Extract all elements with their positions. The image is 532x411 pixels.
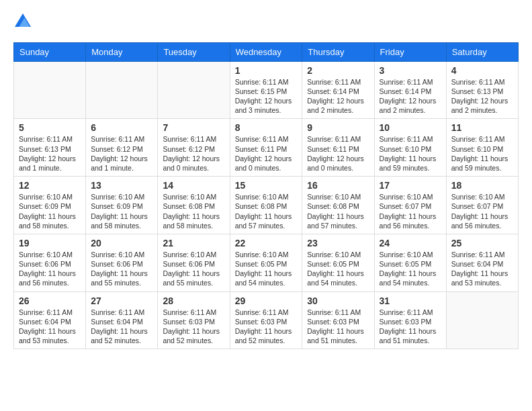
header-saturday: Saturday <box>446 42 518 61</box>
header-friday: Friday <box>374 42 446 61</box>
header-wednesday: Wednesday <box>230 42 302 61</box>
day-info: Sunrise: 6:11 AMSunset: 6:13 PMDaylight:… <box>19 134 81 173</box>
day-info: Sunrise: 6:10 AMSunset: 6:09 PMDaylight:… <box>19 192 81 230</box>
calendar-cell: 30Sunrise: 6:11 AMSunset: 6:03 PMDayligh… <box>302 291 374 349</box>
logo-text <box>13 13 31 32</box>
calendar-cell: 8Sunrise: 6:11 AMSunset: 6:11 PMDaylight… <box>230 119 302 177</box>
calendar-cell: 10Sunrise: 6:11 AMSunset: 6:10 PMDayligh… <box>374 119 446 177</box>
day-info: Sunrise: 6:10 AMSunset: 6:08 PMDaylight:… <box>307 192 369 230</box>
day-number: 11 <box>451 122 513 133</box>
day-info: Sunrise: 6:10 AMSunset: 6:07 PMDaylight:… <box>380 192 441 230</box>
calendar-cell: 17Sunrise: 6:10 AMSunset: 6:07 PMDayligh… <box>374 177 446 234</box>
day-number: 27 <box>91 295 152 306</box>
day-info: Sunrise: 6:11 AMSunset: 6:03 PMDaylight:… <box>163 308 224 346</box>
day-number: 21 <box>163 238 224 248</box>
calendar-cell <box>86 61 158 119</box>
day-info: Sunrise: 6:11 AMSunset: 6:04 PMDaylight:… <box>91 308 152 346</box>
day-number: 22 <box>235 238 298 248</box>
calendar-cell <box>446 291 518 349</box>
calendar-week-row: 1Sunrise: 6:11 AMSunset: 6:15 PMDaylight… <box>14 61 519 119</box>
calendar-cell: 14Sunrise: 6:10 AMSunset: 6:08 PMDayligh… <box>158 177 230 234</box>
calendar-cell: 3Sunrise: 6:11 AMSunset: 6:14 PMDaylight… <box>374 61 446 119</box>
calendar-cell: 1Sunrise: 6:11 AMSunset: 6:15 PMDaylight… <box>230 61 302 119</box>
calendar-header-row: SundayMondayTuesdayWednesdayThursdayFrid… <box>14 42 519 61</box>
calendar-cell: 21Sunrise: 6:10 AMSunset: 6:06 PMDayligh… <box>158 234 230 291</box>
day-number: 17 <box>380 180 441 191</box>
page-header <box>13 13 519 32</box>
day-info: Sunrise: 6:11 AMSunset: 6:03 PMDaylight:… <box>235 308 298 346</box>
calendar-cell: 7Sunrise: 6:11 AMSunset: 6:12 PMDaylight… <box>158 119 230 177</box>
calendar-week-row: 5Sunrise: 6:11 AMSunset: 6:13 PMDaylight… <box>14 119 519 177</box>
calendar-cell: 9Sunrise: 6:11 AMSunset: 6:11 PMDaylight… <box>302 119 374 177</box>
calendar-cell: 15Sunrise: 6:10 AMSunset: 6:08 PMDayligh… <box>230 177 302 234</box>
day-info: Sunrise: 6:10 AMSunset: 6:06 PMDaylight:… <box>91 250 152 288</box>
day-info: Sunrise: 6:11 AMSunset: 6:15 PMDaylight:… <box>235 77 298 116</box>
calendar-cell: 23Sunrise: 6:10 AMSunset: 6:05 PMDayligh… <box>302 234 374 291</box>
day-info: Sunrise: 6:10 AMSunset: 6:05 PMDaylight:… <box>380 250 441 288</box>
day-info: Sunrise: 6:11 AMSunset: 6:12 PMDaylight:… <box>163 134 224 173</box>
day-number: 4 <box>451 65 513 76</box>
day-number: 9 <box>307 122 369 133</box>
calendar-cell: 28Sunrise: 6:11 AMSunset: 6:03 PMDayligh… <box>158 291 230 349</box>
day-number: 15 <box>235 180 298 191</box>
header-sunday: Sunday <box>14 42 86 61</box>
day-info: Sunrise: 6:10 AMSunset: 6:05 PMDaylight:… <box>235 250 298 288</box>
day-number: 6 <box>91 122 152 133</box>
day-number: 12 <box>19 180 81 191</box>
calendar-cell: 2Sunrise: 6:11 AMSunset: 6:14 PMDaylight… <box>302 61 374 119</box>
day-info: Sunrise: 6:10 AMSunset: 6:06 PMDaylight:… <box>19 250 81 288</box>
logo-icon <box>15 12 31 28</box>
calendar-cell: 24Sunrise: 6:10 AMSunset: 6:05 PMDayligh… <box>374 234 446 291</box>
day-info: Sunrise: 6:10 AMSunset: 6:08 PMDaylight:… <box>163 192 224 230</box>
calendar-cell: 11Sunrise: 6:11 AMSunset: 6:10 PMDayligh… <box>446 119 518 177</box>
header-thursday: Thursday <box>302 42 374 61</box>
day-number: 5 <box>19 122 81 133</box>
calendar-cell: 22Sunrise: 6:10 AMSunset: 6:05 PMDayligh… <box>230 234 302 291</box>
day-info: Sunrise: 6:11 AMSunset: 6:13 PMDaylight:… <box>451 77 513 116</box>
calendar-cell: 18Sunrise: 6:10 AMSunset: 6:07 PMDayligh… <box>446 177 518 234</box>
calendar-cell: 4Sunrise: 6:11 AMSunset: 6:13 PMDaylight… <box>446 61 518 119</box>
day-number: 16 <box>307 180 369 191</box>
day-number: 23 <box>307 238 369 248</box>
day-number: 20 <box>91 238 152 248</box>
day-info: Sunrise: 6:10 AMSunset: 6:08 PMDaylight:… <box>235 192 298 230</box>
day-number: 14 <box>163 180 224 191</box>
day-info: Sunrise: 6:11 AMSunset: 6:04 PMDaylight:… <box>19 308 81 346</box>
day-number: 10 <box>380 122 441 133</box>
calendar-week-row: 12Sunrise: 6:10 AMSunset: 6:09 PMDayligh… <box>14 177 519 234</box>
day-number: 31 <box>380 295 441 306</box>
day-number: 28 <box>163 295 224 306</box>
calendar-cell: 27Sunrise: 6:11 AMSunset: 6:04 PMDayligh… <box>86 291 158 349</box>
calendar-table: SundayMondayTuesdayWednesdayThursdayFrid… <box>13 42 519 349</box>
header-monday: Monday <box>86 42 158 61</box>
day-info: Sunrise: 6:11 AMSunset: 6:11 PMDaylight:… <box>235 134 298 173</box>
day-number: 7 <box>163 122 224 133</box>
day-number: 26 <box>19 295 81 306</box>
calendar-week-row: 26Sunrise: 6:11 AMSunset: 6:04 PMDayligh… <box>14 291 519 349</box>
day-number: 29 <box>235 295 298 306</box>
header-tuesday: Tuesday <box>158 42 230 61</box>
calendar-cell: 29Sunrise: 6:11 AMSunset: 6:03 PMDayligh… <box>230 291 302 349</box>
day-info: Sunrise: 6:10 AMSunset: 6:06 PMDaylight:… <box>163 250 224 288</box>
day-info: Sunrise: 6:11 AMSunset: 6:10 PMDaylight:… <box>451 134 513 173</box>
day-info: Sunrise: 6:10 AMSunset: 6:09 PMDaylight:… <box>91 192 152 230</box>
day-info: Sunrise: 6:11 AMSunset: 6:14 PMDaylight:… <box>380 77 441 116</box>
day-info: Sunrise: 6:11 AMSunset: 6:04 PMDaylight:… <box>451 250 513 288</box>
calendar-cell: 6Sunrise: 6:11 AMSunset: 6:12 PMDaylight… <box>86 119 158 177</box>
day-number: 19 <box>19 238 81 248</box>
calendar-cell: 5Sunrise: 6:11 AMSunset: 6:13 PMDaylight… <box>14 119 86 177</box>
calendar-week-row: 19Sunrise: 6:10 AMSunset: 6:06 PMDayligh… <box>14 234 519 291</box>
day-info: Sunrise: 6:11 AMSunset: 6:12 PMDaylight:… <box>91 134 152 173</box>
calendar-cell: 13Sunrise: 6:10 AMSunset: 6:09 PMDayligh… <box>86 177 158 234</box>
day-number: 30 <box>307 295 369 306</box>
day-number: 18 <box>451 180 513 191</box>
calendar-cell: 16Sunrise: 6:10 AMSunset: 6:08 PMDayligh… <box>302 177 374 234</box>
day-info: Sunrise: 6:11 AMSunset: 6:10 PMDaylight:… <box>380 134 441 173</box>
calendar-cell: 25Sunrise: 6:11 AMSunset: 6:04 PMDayligh… <box>446 234 518 291</box>
calendar-cell: 31Sunrise: 6:11 AMSunset: 6:03 PMDayligh… <box>374 291 446 349</box>
day-info: Sunrise: 6:10 AMSunset: 6:07 PMDaylight:… <box>451 192 513 230</box>
calendar-cell: 19Sunrise: 6:10 AMSunset: 6:06 PMDayligh… <box>14 234 86 291</box>
day-number: 2 <box>307 65 369 76</box>
calendar-cell: 12Sunrise: 6:10 AMSunset: 6:09 PMDayligh… <box>14 177 86 234</box>
calendar-cell: 20Sunrise: 6:10 AMSunset: 6:06 PMDayligh… <box>86 234 158 291</box>
